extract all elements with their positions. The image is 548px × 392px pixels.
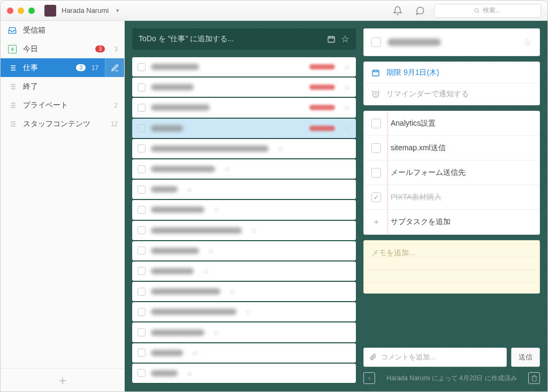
task-row[interactable]: ☆ (132, 98, 356, 117)
star-icon[interactable]: ☆ (344, 63, 351, 71)
star-icon[interactable]: ☆ (213, 328, 220, 337)
subtask-checkbox[interactable] (371, 143, 381, 153)
meta-bar: › Harada Narumi によって 4月20日 に作成済み (363, 372, 540, 384)
chevron-down-icon[interactable]: ▼ (115, 8, 120, 13)
star-icon[interactable]: ☆ (344, 124, 351, 133)
reminder-row[interactable]: リマインダーで通知する (364, 83, 539, 105)
edit-list-button[interactable] (105, 58, 124, 77)
task-checkbox[interactable] (138, 206, 146, 214)
due-reminder-card: 期限 9月1日(木) リマインダーで通知する (363, 62, 540, 105)
star-icon[interactable]: ☆ (186, 185, 193, 194)
star-icon[interactable]: ☆ (213, 205, 220, 214)
subtask-row[interactable]: Analytics設置 (364, 111, 539, 136)
star-icon[interactable]: ☆ (229, 287, 236, 296)
task-checkbox[interactable] (138, 308, 146, 316)
task-row[interactable]: ☆ (132, 282, 356, 301)
star-icon[interactable]: ☆ (245, 308, 252, 316)
note-placeholder: メモを追加... (371, 248, 415, 257)
sidebar-item-4[interactable]: プライベート2 (1, 96, 124, 114)
subtask-row[interactable]: PIXTA素材購入 (364, 185, 539, 210)
task-row[interactable]: ☆ (132, 180, 356, 199)
task-title-blurred (151, 329, 204, 336)
task-row[interactable]: ☆ (132, 302, 356, 321)
subtask-checkbox[interactable] (371, 193, 381, 202)
fullscreen-dot[interactable] (28, 7, 35, 14)
task-checkbox[interactable] (138, 186, 146, 194)
send-button[interactable]: 送信 (511, 348, 540, 367)
task-row[interactable]: ☆ (132, 57, 356, 76)
task-row[interactable]: ☆ (132, 364, 356, 383)
task-row[interactable]: ☆ (132, 139, 356, 158)
search-input[interactable]: 検索... (434, 4, 541, 18)
task-checkbox[interactable] (371, 37, 381, 47)
task-checkbox[interactable] (138, 104, 146, 112)
star-icon[interactable]: ☆ (192, 349, 199, 357)
alarm-icon (371, 90, 381, 98)
task-checkbox[interactable] (138, 165, 146, 173)
task-checkbox[interactable] (138, 267, 146, 275)
svg-rect-1 (328, 36, 334, 42)
task-row[interactable]: ☆ (132, 241, 356, 260)
svg-rect-2 (372, 70, 379, 76)
task-checkbox[interactable] (138, 288, 146, 296)
task-row[interactable]: ☆ (132, 119, 356, 138)
bell-icon[interactable] (392, 5, 403, 16)
comment-input[interactable]: コメントを追加... (363, 348, 507, 367)
subtask-row[interactable]: sitemap.xml送信 (364, 136, 539, 160)
add-task-bar[interactable]: ToDo を "仕事" に追加する... ☆ (132, 28, 356, 50)
add-subtask-placeholder: サブタスクを追加 (391, 217, 451, 227)
attach-icon[interactable] (369, 353, 377, 361)
subtask-row[interactable]: メールフォーム送信先 (364, 160, 539, 185)
task-row[interactable]: ☆ (132, 322, 356, 342)
star-icon[interactable]: ☆ (250, 226, 257, 235)
task-checkbox[interactable] (138, 83, 146, 91)
star-icon[interactable]: ☆ (523, 36, 532, 48)
star-icon[interactable]: ☆ (277, 144, 284, 153)
avatar[interactable] (44, 5, 56, 17)
task-row[interactable]: ☆ (132, 200, 356, 219)
task-checkbox[interactable] (138, 349, 146, 357)
sidebar-item-0[interactable]: 受信箱 (1, 21, 124, 40)
task-row[interactable]: ☆ (132, 159, 356, 179)
due-date-icon[interactable] (327, 35, 336, 43)
chat-icon[interactable] (415, 5, 425, 16)
task-checkbox[interactable] (138, 328, 146, 336)
collapse-icon[interactable]: › (363, 372, 375, 384)
sidebar-item-1[interactable]: 4今日33 (1, 40, 124, 58)
sidebar-item-5[interactable]: スタッフコンテンツ12 (1, 114, 124, 133)
task-tag-blurred (309, 126, 335, 131)
user-name[interactable]: Harada Narumi (62, 6, 109, 14)
due-date-row[interactable]: 期限 9月1日(木) (364, 62, 539, 83)
trash-icon[interactable] (528, 372, 540, 384)
task-row[interactable]: ☆ (132, 343, 356, 363)
task-checkbox[interactable] (138, 63, 146, 71)
star-icon[interactable]: ☆ (202, 267, 209, 275)
task-checkbox[interactable] (138, 144, 146, 152)
task-checkbox[interactable] (138, 226, 146, 234)
star-icon[interactable]: ☆ (186, 369, 193, 378)
note-input[interactable]: メモを追加... (363, 240, 540, 294)
add-task-placeholder: ToDo を "仕事" に追加する... (139, 34, 234, 44)
task-checkbox[interactable] (138, 124, 146, 132)
sidebar-item-2[interactable]: 仕事317 (1, 58, 105, 77)
minimize-dot[interactable] (18, 7, 24, 14)
add-list-button[interactable]: ＋ (1, 368, 124, 391)
task-checkbox[interactable] (138, 369, 146, 377)
task-title-blurred (151, 350, 183, 356)
task-row[interactable]: ☆ (132, 221, 356, 240)
subtask-checkbox[interactable] (371, 168, 381, 178)
star-icon[interactable]: ☆ (344, 103, 351, 112)
meta-text: Harada Narumi によって 4月20日 に作成済み (380, 374, 523, 383)
star-icon[interactable]: ☆ (208, 247, 215, 255)
task-row[interactable]: ☆ (132, 78, 356, 97)
close-dot[interactable] (7, 7, 13, 14)
add-subtask-row[interactable]: ＋サブタスクを追加 (364, 210, 539, 234)
task-row[interactable]: ☆ (132, 262, 356, 281)
task-checkbox[interactable] (138, 247, 146, 255)
star-icon[interactable]: ☆ (224, 165, 231, 173)
star-icon[interactable]: ☆ (344, 83, 351, 91)
subtask-checkbox[interactable] (371, 119, 381, 128)
star-icon[interactable]: ☆ (341, 33, 349, 45)
sidebar-item-3[interactable]: 終了 (1, 77, 124, 96)
task-title-blurred (151, 288, 220, 295)
